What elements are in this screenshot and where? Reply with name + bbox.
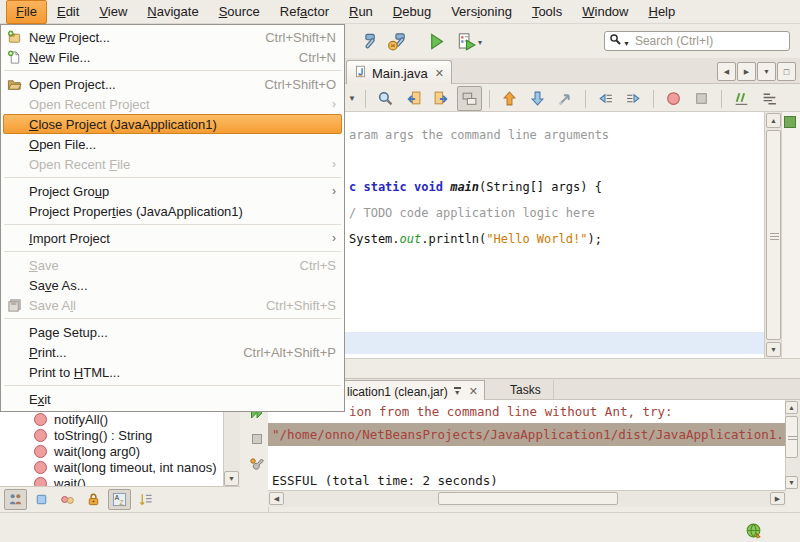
debug-project-button[interactable] — [454, 29, 478, 53]
new-file-icon — [7, 49, 29, 65]
menu-item-project-properties-javaapplication1[interactable]: Project Properties (JavaApplication1) — [3, 201, 342, 221]
build-project-button[interactable] — [354, 29, 378, 53]
menu-item-open-file[interactable]: Open File... — [3, 134, 342, 154]
output-line[interactable]: ESSFUL (total time: 2 seconds) — [268, 469, 786, 490]
tab-tasks[interactable]: Tasks — [498, 380, 554, 400]
toggle-highlight-search-button[interactable] — [457, 86, 482, 111]
navigator-item-label: toString() : String — [54, 428, 152, 443]
shift-line-left-button[interactable] — [593, 86, 618, 111]
output-line[interactable] — [268, 446, 786, 469]
scroll-down-icon[interactable]: ▼ — [785, 476, 798, 489]
editor-vertical-scrollbar[interactable]: ▲ ▼ — [764, 112, 782, 358]
menu-item-new-file[interactable]: New File...Ctrl+N — [3, 47, 342, 67]
scroll-right-icon[interactable]: ▶ — [770, 492, 785, 505]
maximize-window-button[interactable]: □ — [777, 62, 796, 81]
toggle-bookmark-button[interactable] — [553, 86, 578, 111]
tab-output-build[interactable]: lication1 (clean,jar) ▼ ✕ — [340, 380, 485, 402]
menu-item-icon-spacer — [7, 203, 29, 219]
jump-back-button[interactable] — [401, 86, 426, 111]
ant-settings-button[interactable] — [247, 455, 267, 475]
navigator-item-tostring-string[interactable]: toString() : String — [0, 427, 224, 443]
scroll-left-icon[interactable]: ◀ — [269, 492, 284, 505]
debug-project-dropdown-icon[interactable]: ▾ — [478, 38, 482, 47]
menu-item-close-project-javaapplication1[interactable]: Close Project (JavaApplication1) — [3, 114, 342, 134]
menu-view[interactable]: View — [89, 0, 137, 24]
output-vertical-scrollbar[interactable]: ▲ ▼ — [785, 400, 800, 490]
comment-button[interactable] — [729, 86, 754, 111]
tab-main-java[interactable]: Main.java ✕ — [346, 60, 452, 85]
menu-edit[interactable]: Edit — [47, 0, 89, 24]
run-project-button[interactable] — [424, 29, 448, 53]
shortcut-label: Ctrl+N — [279, 50, 336, 65]
scrollbar-thumb[interactable] — [785, 416, 798, 458]
show-inherited-members-button[interactable] — [4, 489, 27, 510]
navigator-item-wait-long-arg0[interactable]: wait(long arg0) — [0, 443, 224, 459]
sort-alphabetically-button[interactable]: AZ — [108, 489, 131, 510]
toolbar-overflow-chevron-icon[interactable]: ▼ — [346, 94, 358, 103]
tab-label: Main.java — [372, 66, 428, 81]
start-macro-recording-button[interactable] — [661, 86, 686, 111]
menu-item-new-project[interactable]: New Project...Ctrl+Shift+N — [3, 27, 342, 47]
output-horizontal-scrollbar[interactable]: ◀ ▶ — [268, 490, 786, 507]
shortcut-label: Ctrl+Alt+Shift+P — [223, 345, 336, 360]
search-scope-caret-icon[interactable]: ▼ — [623, 40, 630, 47]
menu-item-save-as[interactable]: Save As... — [3, 275, 342, 295]
menu-source[interactable]: Source — [209, 0, 270, 24]
menu-item-print-to-html[interactable]: Print to HTML... — [3, 362, 342, 382]
menu-item-label: Save As... — [29, 278, 336, 293]
menu-item-icon-spacer — [7, 364, 29, 380]
scroll-up-icon[interactable]: ▲ — [785, 401, 798, 414]
close-window-icon[interactable]: ✕ — [467, 386, 478, 397]
menu-item-import-project[interactable]: Import Project› — [3, 228, 342, 248]
menu-window[interactable]: Window — [572, 0, 638, 24]
scrollbar-thumb[interactable] — [438, 492, 618, 505]
menu-item-exit[interactable]: Exit — [3, 389, 342, 409]
menu-refactor[interactable]: Refactor — [270, 0, 339, 24]
menu-help[interactable]: Help — [638, 0, 685, 24]
menu-tools[interactable]: Tools — [522, 0, 572, 24]
search-box[interactable]: ▼ — [604, 31, 790, 51]
menu-debug[interactable]: Debug — [383, 0, 441, 24]
menu-item-print[interactable]: Print...Ctrl+Alt+Shift+P — [3, 342, 342, 362]
menu-separator — [2, 315, 343, 322]
menu-run[interactable]: Run — [339, 0, 383, 24]
output-console[interactable]: ion from the command line without Ant, t… — [268, 400, 786, 490]
menu-item-label: Page Setup... — [29, 325, 336, 340]
scrollbar-thumb[interactable] — [766, 130, 781, 340]
show-opened-documents-list-button[interactable]: ▼ — [757, 62, 776, 81]
scroll-up-icon[interactable]: ▲ — [766, 113, 781, 128]
stop-macro-recording-button[interactable] — [689, 86, 714, 111]
shift-line-right-button[interactable] — [621, 86, 646, 111]
show-non-public-members-button[interactable] — [82, 489, 105, 510]
menu-item-open-project[interactable]: Open Project...Ctrl+Shift+O — [3, 74, 342, 94]
previous-bookmark-button[interactable] — [497, 86, 522, 111]
show-static-members-button[interactable] — [56, 489, 79, 510]
navigator-item-notifyall[interactable]: notifyAll() — [0, 411, 224, 427]
menu-item-label: Open File... — [29, 137, 336, 152]
menu-item-project-group[interactable]: Project Group› — [3, 181, 342, 201]
file-menu-popup: New Project...Ctrl+Shift+NNew File...Ctr… — [0, 24, 345, 412]
output-line-selected[interactable]: "/home/onno/NetBeansProjects/JavaApplica… — [268, 423, 786, 446]
scroll-down-icon[interactable]: ▼ — [224, 471, 239, 486]
minimize-window-icon[interactable]: ▼ — [454, 387, 461, 396]
jump-forward-button[interactable] — [429, 86, 454, 111]
navigator-item-wait-long-timeout-int-nanos[interactable]: wait(long timeout, int nanos) — [0, 459, 224, 475]
stop-build-button[interactable] — [247, 429, 267, 449]
next-bookmark-button[interactable] — [525, 86, 550, 111]
scroll-down-icon[interactable]: ▼ — [766, 342, 781, 357]
menu-item-page-setup[interactable]: Page Setup... — [3, 322, 342, 342]
output-line[interactable]: ion from the command line without Ant, t… — [268, 400, 786, 423]
search-input[interactable] — [633, 33, 785, 49]
update-center-icon[interactable] — [745, 522, 762, 539]
sort-by-source-button[interactable] — [134, 489, 157, 510]
menu-versioning[interactable]: Versioning — [441, 0, 522, 24]
scroll-documents-left-button[interactable]: ◀ — [717, 62, 736, 81]
menu-file[interactable]: File — [6, 0, 47, 24]
uncomment-button[interactable] — [757, 86, 782, 111]
show-fields-button[interactable] — [30, 489, 53, 510]
scroll-documents-right-button[interactable]: ▶ — [737, 62, 756, 81]
clean-build-project-button[interactable] — [384, 29, 408, 53]
menu-navigate[interactable]: Navigate — [137, 0, 208, 24]
close-tab-icon[interactable]: ✕ — [433, 68, 444, 79]
find-selection-button[interactable] — [373, 86, 398, 111]
